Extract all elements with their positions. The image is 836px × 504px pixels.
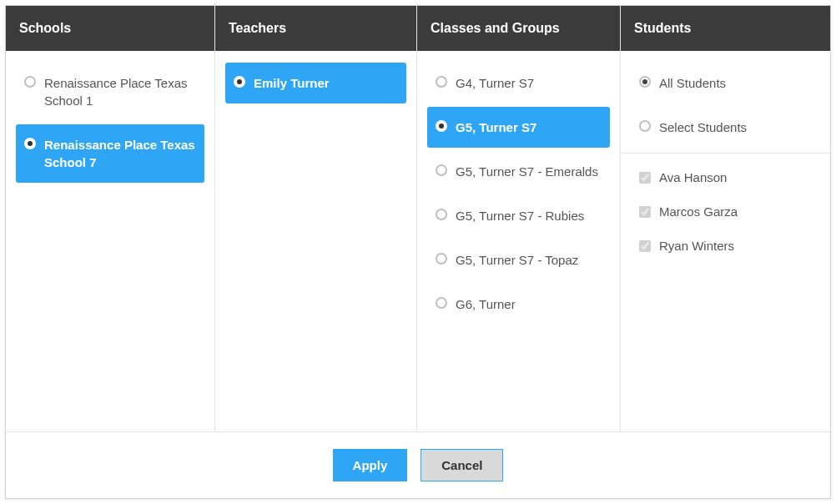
class-label: G6, Turner	[456, 295, 602, 313]
classes-column: Classes and Groups G4, Turner S7 G5, Tur…	[417, 6, 621, 431]
teachers-column: Teachers Emily Turner	[215, 6, 417, 431]
radio-icon	[24, 76, 36, 88]
schools-header: Schools	[6, 6, 214, 51]
classes-list: G4, Turner S7 G5, Turner S7 G5, Turner S…	[417, 51, 620, 431]
radio-icon	[436, 297, 447, 309]
students-mode-select[interactable]: Select Students	[631, 107, 820, 148]
students-column: Students All Students Select Students Av…	[621, 6, 830, 431]
school-option[interactable]: Renaissance Place Texas School 7	[16, 124, 204, 183]
class-label: G5, Turner S7	[456, 118, 602, 136]
student-item[interactable]: Ava Hanson	[631, 160, 820, 194]
divider	[621, 153, 830, 154]
school-label: Renaissance Place Texas School 1	[44, 74, 196, 109]
student-item[interactable]: Ryan Winters	[631, 229, 820, 263]
teacher-label: Emily Turner	[254, 74, 398, 92]
teacher-option[interactable]: Emily Turner	[225, 63, 406, 103]
class-option[interactable]: G6, Turner	[427, 284, 610, 325]
classes-header: Classes and Groups	[417, 6, 620, 51]
student-name: Marcos Garza	[659, 204, 738, 219]
class-label: G5, Turner S7 - Emeralds	[456, 163, 602, 180]
radio-icon	[234, 76, 245, 88]
school-label: Renaissance Place Texas School 7	[44, 136, 196, 171]
class-label: G5, Turner S7 - Rubies	[456, 207, 602, 224]
schools-list: Renaissance Place Texas School 1 Renaiss…	[6, 51, 214, 431]
class-option[interactable]: G5, Turner S7	[427, 107, 610, 148]
student-checkbox[interactable]	[639, 172, 651, 184]
school-option[interactable]: Renaissance Place Texas School 1	[16, 63, 204, 121]
teachers-list: Emily Turner	[215, 51, 416, 431]
radio-icon	[436, 253, 447, 265]
student-name: Ava Hanson	[659, 170, 727, 184]
dialog-footer: Apply Cancel	[6, 432, 830, 498]
radio-icon	[639, 76, 651, 88]
apply-button[interactable]: Apply	[333, 449, 408, 481]
radio-icon	[639, 120, 651, 132]
class-label: G4, Turner S7	[456, 74, 602, 92]
class-option[interactable]: G5, Turner S7 - Topaz	[427, 239, 610, 280]
students-mode-all[interactable]: All Students	[631, 63, 820, 103]
cancel-button[interactable]: Cancel	[421, 449, 503, 481]
class-option[interactable]: G4, Turner S7	[427, 63, 610, 103]
radio-icon	[24, 138, 36, 149]
students-mode-label: Select Students	[659, 118, 812, 136]
student-checkbox[interactable]	[639, 206, 651, 218]
students-mode-label: All Students	[659, 74, 812, 92]
students-header: Students	[621, 6, 830, 51]
radio-icon	[436, 164, 447, 176]
radio-icon	[436, 120, 447, 132]
radio-icon	[436, 76, 447, 88]
student-item[interactable]: Marcos Garza	[631, 194, 820, 229]
selection-dialog: Schools Renaissance Place Texas School 1…	[5, 5, 831, 499]
student-checkbox[interactable]	[639, 240, 651, 252]
class-option[interactable]: G5, Turner S7 - Emeralds	[427, 151, 610, 192]
columns-wrap: Schools Renaissance Place Texas School 1…	[6, 6, 830, 432]
students-list: All Students Select Students Ava Hanson …	[621, 51, 830, 431]
student-name: Ryan Winters	[659, 239, 734, 253]
radio-icon	[436, 209, 447, 220]
teachers-header: Teachers	[215, 6, 416, 51]
class-label: G5, Turner S7 - Topaz	[456, 251, 602, 269]
class-option[interactable]: G5, Turner S7 - Rubies	[427, 195, 610, 236]
schools-column: Schools Renaissance Place Texas School 1…	[6, 6, 215, 431]
